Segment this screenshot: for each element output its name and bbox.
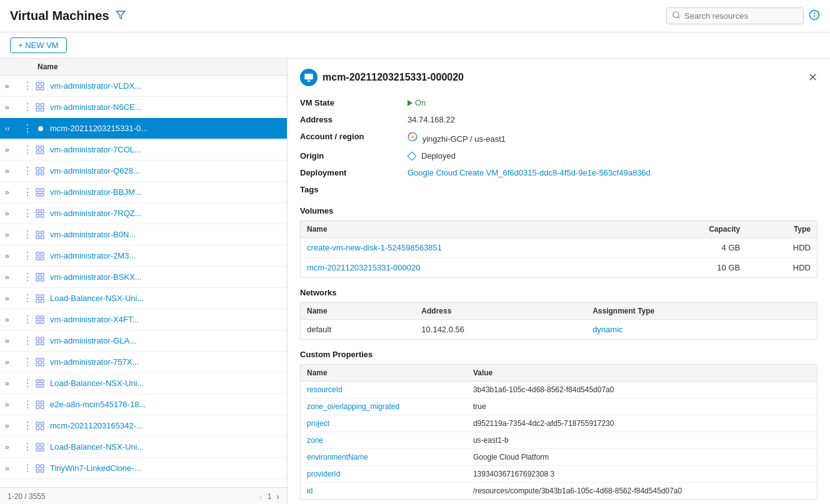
search-input[interactable] <box>684 11 798 21</box>
menu-dots-icon[interactable]: ⋮ <box>22 229 32 240</box>
net-col-name: Name <box>301 303 416 320</box>
list-item[interactable]: »⋮mcm-20211203165342-... <box>0 415 287 437</box>
menu-dots-icon[interactable]: ⋮ <box>22 377 32 389</box>
list-item[interactable]: »⋮vm-administrator-GLA... <box>0 330 287 352</box>
list-item[interactable]: »⋮vm-administrator-BBJM... <box>0 182 287 203</box>
svg-rect-84 <box>408 152 416 161</box>
table-header: Name <box>0 59 287 76</box>
menu-dots-icon[interactable]: ⋮ <box>22 122 32 134</box>
vm-type-icon <box>35 399 46 410</box>
vm-type-icon <box>35 442 46 453</box>
expand-button[interactable]: » <box>5 464 22 473</box>
net-assignment[interactable]: dynamic <box>586 320 817 340</box>
svg-rect-78 <box>41 469 44 472</box>
list-item[interactable]: »⋮vm-administrator-7COL... <box>0 139 287 161</box>
svg-rect-47 <box>36 316 39 319</box>
filter-icon[interactable] <box>116 10 126 22</box>
info-icon[interactable] <box>809 9 820 23</box>
expand-button[interactable]: » <box>5 273 22 282</box>
expand-button[interactable]: » <box>5 337 22 345</box>
list-item[interactable]: »⋮vm-administrator-X4FT... <box>0 309 287 330</box>
menu-dots-icon[interactable]: ⋮ <box>22 462 32 474</box>
vm-row-name: vm-administrator-757X... <box>50 357 139 367</box>
svg-rect-66 <box>41 405 44 408</box>
svg-rect-50 <box>41 320 44 324</box>
menu-dots-icon[interactable]: ⋮ <box>22 292 32 304</box>
cp-value: us-east1-b <box>467 432 818 449</box>
expand-button[interactable]: » <box>5 252 22 260</box>
cp-name: project <box>301 415 467 432</box>
menu-dots-icon[interactable]: ⋮ <box>22 271 32 283</box>
svg-rect-67 <box>36 422 39 425</box>
list-item[interactable]: »⋮vm-administrator-Q628... <box>0 161 287 182</box>
svg-rect-75 <box>36 465 39 468</box>
list-item[interactable]: »⋮vm-administrator-BSKX... <box>0 267 287 288</box>
expand-button[interactable]: » <box>5 379 22 388</box>
deployment-value[interactable]: Google Cloud Create VM_6f6d0315-ddc8-4f5… <box>408 166 818 179</box>
list-item[interactable]: »⋮vm-administrator-757X... <box>0 352 287 373</box>
cp-value: Google Cloud Platform <box>467 449 818 466</box>
expand-button[interactable]: » <box>5 167 22 175</box>
new-vm-button[interactable]: + NEW VM <box>10 37 67 53</box>
expand-button[interactable]: ‹‹ <box>5 124 22 133</box>
menu-dots-icon[interactable]: ⋮ <box>22 80 32 92</box>
menu-dots-icon[interactable]: ⋮ <box>22 420 32 432</box>
expand-button[interactable]: » <box>5 209 22 218</box>
menu-dots-icon[interactable]: ⋮ <box>22 335 32 347</box>
list-item[interactable]: »⋮e2e-a8n-mcm545178-18... <box>0 394 287 415</box>
svg-rect-77 <box>36 469 39 472</box>
list-item[interactable]: »⋮vm-administrator-VLDX... <box>0 76 287 97</box>
th-name: Name <box>38 62 282 71</box>
menu-dots-icon[interactable]: ⋮ <box>22 165 32 177</box>
menu-dots-icon[interactable]: ⋮ <box>22 207 32 219</box>
expand-button[interactable]: » <box>5 188 22 197</box>
list-item[interactable]: »⋮Load-Balancer-NSX-Uni... <box>0 437 287 458</box>
table-row: project d952119a-7354-4dc2-afd5-71875591… <box>301 415 818 432</box>
next-page-button[interactable]: › <box>276 492 279 502</box>
close-button[interactable]: ✕ <box>808 72 818 83</box>
list-item[interactable]: »⋮Load-Balancer-NSX-Uni... <box>0 373 287 394</box>
list-item[interactable]: »⋮vm-administrator-2M3... <box>0 245 287 267</box>
expand-button[interactable]: » <box>5 443 22 452</box>
vol-name[interactable]: mcm-20211203215331-000020 <box>301 258 645 278</box>
svg-rect-48 <box>41 316 44 319</box>
deployment-label: Deployment <box>300 166 400 179</box>
expand-button[interactable]: » <box>5 294 22 303</box>
list-item[interactable]: »⋮TinyWin7-LinkedClone-... <box>0 458 287 479</box>
list-item[interactable]: »⋮vm-administrator-7RQZ... <box>0 203 287 224</box>
svg-rect-71 <box>36 443 39 447</box>
expand-button[interactable]: » <box>5 230 22 239</box>
menu-dots-icon[interactable]: ⋮ <box>22 441 32 453</box>
list-item[interactable]: »⋮Load-Balancer-NSX-Uni... <box>0 288 287 309</box>
vol-name[interactable]: create-vm-new-disk-1-524598563851 <box>301 238 645 258</box>
right-panel: mcm-20211203215331-000020 ✕ VM State On … <box>288 59 830 504</box>
expand-button[interactable]: » <box>5 400 22 409</box>
svg-rect-73 <box>36 448 39 451</box>
list-item[interactable]: ‹‹⋮mcm-20211203215331-0... <box>0 118 287 139</box>
cp-name: environmentName <box>301 449 467 466</box>
origin-value: Deployed <box>408 149 818 162</box>
expand-button[interactable]: » <box>5 103 22 112</box>
menu-dots-icon[interactable]: ⋮ <box>22 314 32 325</box>
vm-row-name: vm-administrator-BBJM... <box>50 187 142 197</box>
custom-props-section-title: Custom Properties <box>300 350 818 359</box>
vm-type-icon <box>35 314 46 325</box>
menu-dots-icon[interactable]: ⋮ <box>22 144 32 156</box>
svg-line-2 <box>678 17 680 19</box>
expand-button[interactable]: » <box>5 358 22 367</box>
prev-page-button[interactable]: ‹ <box>259 492 262 502</box>
svg-rect-57 <box>36 363 39 366</box>
list-item[interactable]: »⋮vm-administrator-N6CE... <box>0 97 287 118</box>
search-box[interactable] <box>666 7 804 24</box>
expand-button[interactable]: » <box>5 315 22 324</box>
menu-dots-icon[interactable]: ⋮ <box>22 101 32 113</box>
expand-button[interactable]: » <box>5 422 22 430</box>
menu-dots-icon[interactable]: ⋮ <box>22 250 32 262</box>
expand-button[interactable]: » <box>5 82 22 91</box>
menu-dots-icon[interactable]: ⋮ <box>22 398 32 410</box>
list-item[interactable]: »⋮vm-administrator-B0N... <box>0 224 287 245</box>
svg-rect-69 <box>36 427 39 430</box>
expand-button[interactable]: » <box>5 146 22 154</box>
menu-dots-icon[interactable]: ⋮ <box>22 186 32 198</box>
menu-dots-icon[interactable]: ⋮ <box>22 356 32 368</box>
